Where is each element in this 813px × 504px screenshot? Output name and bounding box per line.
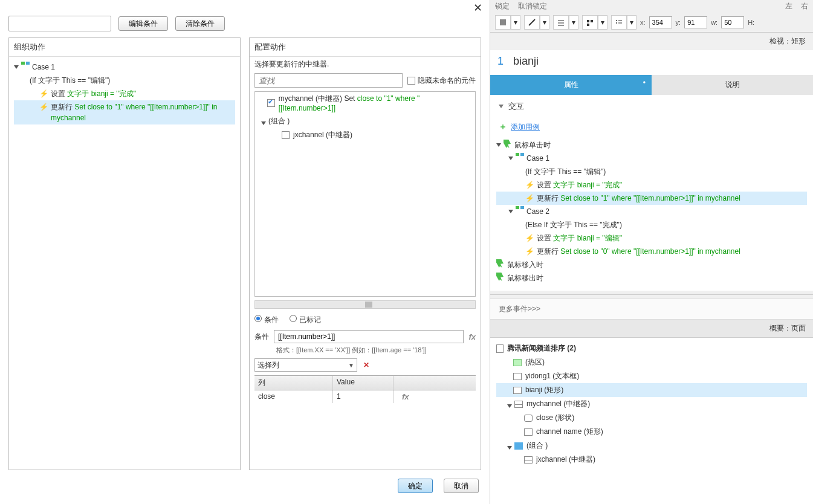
action-set-text[interactable]: ⚡设置 文字于 bianji = "编辑" (496, 231, 807, 245)
case-row[interactable]: Case 1 (496, 152, 807, 165)
align-right-label[interactable]: 右 (801, 1, 808, 11)
svg-rect-4 (587, 20, 589, 22)
delete-column-button[interactable]: ✕ (363, 361, 369, 369)
h-label: H: (748, 19, 754, 26)
unlock-label[interactable]: 取消锁定 (518, 1, 547, 11)
jxchannel-checkbox[interactable] (282, 131, 290, 139)
list-tool[interactable] (611, 15, 627, 30)
clear-condition-button[interactable]: 清除条件 (175, 16, 225, 31)
radio-condition[interactable]: 条件 (254, 315, 279, 325)
align-left-label[interactable]: 左 (785, 1, 792, 11)
radio-marked[interactable]: 已标记 (290, 315, 321, 325)
jxchannel-row[interactable]: jxchannel (中继器) (293, 130, 352, 140)
chevron-down-icon: ▼ (348, 362, 354, 369)
plus-icon: ＋ (499, 121, 507, 132)
ok-button[interactable]: 确定 (398, 479, 433, 493)
outline-root[interactable]: 腾讯新闻频道排序 (2) (496, 341, 807, 355)
event-click[interactable]: 鼠标单击时 (496, 138, 807, 152)
outline-item[interactable]: channel name (矩形) (496, 425, 807, 439)
cancel-button[interactable]: 取消 (444, 479, 479, 493)
outline-item[interactable]: close (形状) (496, 411, 807, 425)
hotspot-icon (513, 359, 522, 366)
svg-rect-6 (587, 24, 589, 26)
svg-point-7 (616, 20, 617, 21)
outline-item[interactable]: yidong1 (文本框) (496, 369, 807, 383)
lock-label[interactable]: 锁定 (495, 1, 510, 11)
condition-label: 条件 (254, 332, 269, 342)
line-tool[interactable] (553, 15, 569, 30)
svg-rect-0 (500, 19, 506, 25)
y-input[interactable] (684, 16, 707, 28)
outline-title: 概要：页面 (490, 320, 813, 338)
action-update-row[interactable]: ⚡ 更新行 Set close to "1" where "[[Item.num… (14, 100, 235, 124)
shape-icon (524, 415, 533, 422)
select-repeater-label: 选择要更新行的中继器. (250, 57, 481, 73)
textfield-icon (513, 373, 522, 380)
event-mousein[interactable]: 鼠标移入时 (496, 258, 807, 271)
outline-item-bianji[interactable]: bianji (矩形) (496, 383, 807, 397)
case-row[interactable]: Case 2 (496, 205, 807, 218)
action-set-text[interactable]: ⚡ 设置 文字于 bianji = "完成" (14, 87, 235, 100)
x-label: x: (640, 19, 646, 26)
tab-properties[interactable]: 属性• (490, 75, 652, 95)
case-label: Case 1 (32, 62, 55, 73)
y-label: y: (676, 19, 681, 26)
rect-icon (513, 387, 522, 394)
svg-rect-5 (591, 20, 593, 22)
action-set-text[interactable]: ⚡设置 文字于 bianji = "完成" (496, 178, 807, 192)
svg-point-9 (616, 22, 617, 24)
repeater-icon (524, 456, 533, 464)
val-header: Value (333, 376, 394, 390)
case-condition: (If 文字于 This == "编辑") (496, 165, 807, 178)
val-cell[interactable]: 1 (333, 390, 394, 403)
condition-hint: 格式：[[Item.XX == 'XX']] 例如：[[Item.age == … (276, 346, 476, 355)
repeater-tree[interactable]: mychannel (中继器) Set close to "1" where "… (254, 91, 476, 297)
search-input[interactable] (254, 73, 403, 88)
mychannel-checkbox[interactable] (267, 99, 275, 107)
outline-tree[interactable]: 腾讯新闻频道排序 (2) (热区) yidong1 (文本框) bianji (… (490, 338, 813, 504)
columns-table: 列 Value close 1 fx (254, 375, 476, 403)
bolt-icon: ⚡ (39, 102, 48, 112)
repeater-icon (514, 401, 523, 408)
case-condition: (If 文字于 This == "编辑") (14, 74, 235, 87)
style-tool[interactable] (582, 15, 598, 30)
event-mouseout[interactable]: 鼠标移出时 (496, 271, 807, 285)
edit-condition-button[interactable]: 编辑条件 (118, 16, 168, 31)
action-update-row[interactable]: ⚡更新行 Set close to "0" where "[[Item.numb… (496, 245, 807, 258)
case-row[interactable]: Case 1 (14, 60, 235, 74)
fx-button[interactable]: fx (468, 332, 476, 341)
widget-name[interactable]: bianji (513, 55, 539, 68)
h-scrollbar[interactable] (254, 300, 476, 309)
close-icon[interactable]: ✕ (473, 1, 482, 15)
group-row[interactable]: (组合 ) (268, 116, 290, 126)
bolt-icon: ⚡ (39, 88, 48, 99)
w-input[interactable] (721, 16, 744, 28)
interaction-section[interactable]: 交互 (490, 95, 813, 118)
outline-item[interactable]: (热区) (496, 355, 807, 369)
outline-item[interactable]: jxchannel (中继器) (496, 453, 807, 467)
more-events-link[interactable]: 更多事件>>> (490, 299, 813, 320)
hide-unnamed-checkbox[interactable]: 隐藏未命名的元件 (407, 76, 476, 86)
x-input[interactable] (649, 16, 672, 28)
mouse-icon (496, 273, 504, 281)
folder-icon (514, 442, 523, 450)
tab-notes[interactable]: 说明 (652, 75, 813, 95)
outline-item[interactable]: mychannel (中继器) (496, 397, 807, 411)
condition-display (8, 16, 111, 31)
list-dropdown[interactable]: ▾ (627, 15, 636, 30)
border-dropdown[interactable]: ▾ (540, 15, 549, 30)
fx-button[interactable]: fx (402, 392, 409, 401)
line-dropdown[interactable]: ▾ (569, 15, 578, 30)
border-tool[interactable] (524, 15, 540, 30)
condition-input[interactable] (274, 330, 464, 343)
w-label: w: (711, 19, 717, 26)
outline-item[interactable]: (组合 ) (496, 439, 807, 453)
select-column[interactable]: 选择列 ▼ (254, 358, 357, 372)
action-update-row[interactable]: ⚡更新行 Set close to "1" where "[[Item.numb… (496, 192, 807, 205)
style-dropdown[interactable]: ▾ (598, 15, 607, 30)
add-case-link[interactable]: 添加用例 (511, 122, 540, 132)
mychannel-row[interactable]: mychannel (中继器) Set close to "1" where "… (279, 94, 471, 112)
fill-dropdown[interactable]: ▾ (511, 15, 520, 30)
col-cell[interactable]: close (254, 390, 333, 403)
fill-tool[interactable] (495, 15, 511, 30)
